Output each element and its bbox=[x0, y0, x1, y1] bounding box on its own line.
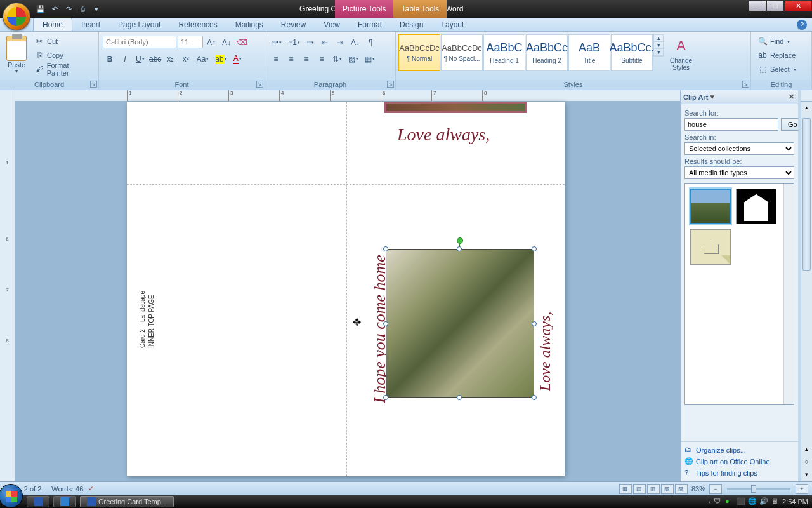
change-styles-button[interactable]: A Change Styles bbox=[667, 34, 695, 72]
gallery-more-icon[interactable]: ▾ bbox=[654, 49, 663, 56]
styles-launcher[interactable]: ↘ bbox=[742, 81, 749, 88]
zoom-in-button[interactable]: + bbox=[796, 484, 808, 494]
tray-icon-5[interactable]: 🔊 bbox=[759, 497, 768, 506]
shading-button[interactable]: ▨▾ bbox=[346, 52, 361, 66]
zoom-value[interactable]: 83% bbox=[691, 485, 705, 493]
justify-button[interactable]: ≡ bbox=[315, 52, 329, 66]
handle-sw[interactable] bbox=[383, 395, 388, 400]
bold-button[interactable]: B bbox=[103, 52, 117, 66]
grow-font-icon[interactable]: A↑ bbox=[204, 36, 218, 50]
clipart-header[interactable]: Clip Art ▾ ✕ bbox=[681, 90, 798, 104]
handle-ne[interactable] bbox=[532, 246, 537, 251]
tray-icon-2[interactable]: ● bbox=[725, 497, 734, 506]
scroll-up-icon[interactable]: ▴ bbox=[801, 102, 812, 113]
zoom-slider[interactable] bbox=[727, 488, 790, 490]
tray-icon-6[interactable]: 🖥 bbox=[771, 497, 780, 506]
qat-print-icon[interactable]: ⎙ bbox=[76, 3, 89, 15]
prev-page-icon[interactable]: ▴ bbox=[801, 443, 812, 455]
tab-insert[interactable]: Insert bbox=[72, 18, 109, 31]
style-item[interactable]: AaBbCcHeading 2 bbox=[526, 34, 568, 71]
clip-result-1[interactable] bbox=[690, 189, 731, 224]
copy-button[interactable]: ⎘Copy bbox=[32, 48, 95, 62]
outdent-button[interactable]: ⇤ bbox=[318, 36, 332, 50]
vertical-scrollbar[interactable]: ▴ ▾ bbox=[801, 102, 812, 469]
view-draft-icon[interactable]: ▨ bbox=[675, 484, 688, 494]
browse-object-icon[interactable]: ○ bbox=[801, 456, 812, 467]
document-scroll[interactable]: 12345678 Love always, Card 2 – Landscape… bbox=[15, 90, 812, 481]
view-fullscreen-icon[interactable]: ▤ bbox=[633, 484, 646, 494]
paste-button[interactable]: Paste ▾ bbox=[4, 34, 29, 76]
taskbar-launcher-2[interactable] bbox=[53, 496, 76, 507]
tab-mailings[interactable]: Mailings bbox=[226, 18, 272, 31]
style-item[interactable]: AaBTitle bbox=[568, 34, 610, 71]
bullets-button[interactable]: ≡•▾ bbox=[269, 36, 284, 50]
help-icon[interactable]: ? bbox=[797, 20, 807, 30]
link-tips[interactable]: ?Tips for finding clips bbox=[684, 467, 794, 479]
style-gallery[interactable]: AaBbCcDc¶ NormalAaBbCcDc¶ No Spaci...AaB… bbox=[398, 34, 653, 71]
style-item[interactable]: AaBbCcDc¶ No Spaci... bbox=[441, 34, 483, 71]
tab-references[interactable]: References bbox=[169, 18, 226, 31]
results-scrollbar[interactable] bbox=[783, 184, 794, 404]
numbering-button[interactable]: ≡1▾ bbox=[285, 36, 303, 50]
gallery-down-icon[interactable]: ▾ bbox=[654, 42, 663, 49]
change-case-button[interactable]: Aa▾ bbox=[194, 52, 212, 66]
paragraph-launcher[interactable]: ↘ bbox=[387, 81, 394, 88]
tab-home[interactable]: Home bbox=[33, 18, 72, 31]
zoom-thumb[interactable] bbox=[751, 485, 756, 493]
tab-format[interactable]: Format bbox=[349, 18, 391, 31]
maximize-button[interactable]: □ bbox=[766, 0, 784, 11]
font-size-input[interactable] bbox=[178, 36, 203, 48]
font-launcher[interactable]: ↘ bbox=[256, 81, 263, 88]
highlight-button[interactable]: ab▾ bbox=[213, 52, 229, 66]
pane-close-icon[interactable]: ✕ bbox=[787, 93, 796, 101]
handle-nw[interactable] bbox=[383, 246, 388, 251]
tab-design[interactable]: Design bbox=[391, 18, 432, 31]
gallery-up-icon[interactable]: ▴ bbox=[654, 35, 663, 42]
italic-button[interactable]: I bbox=[118, 52, 132, 66]
handle-n[interactable] bbox=[457, 246, 462, 251]
tab-pagelayout[interactable]: Page Layout bbox=[109, 18, 169, 31]
qat-more-icon[interactable]: ▾ bbox=[90, 3, 103, 15]
align-center-button[interactable]: ≡ bbox=[284, 52, 298, 66]
borders-button[interactable]: ▦▾ bbox=[362, 52, 377, 66]
replace-button[interactable]: abReplace bbox=[755, 48, 798, 62]
office-button[interactable] bbox=[3, 3, 30, 30]
go-button[interactable]: Go bbox=[781, 118, 798, 131]
underline-button[interactable]: U▾ bbox=[133, 52, 147, 66]
view-print-icon[interactable]: ▦ bbox=[619, 484, 632, 494]
zoom-out-button[interactable]: − bbox=[709, 484, 722, 494]
vertical-ruler[interactable]: 1678 bbox=[0, 90, 15, 481]
tray-chevron-icon[interactable]: ‹ bbox=[709, 498, 711, 505]
sort-button[interactable]: A↓ bbox=[348, 36, 362, 50]
search-in-select[interactable]: Selected collections bbox=[684, 142, 794, 155]
font-color-button[interactable]: A▾ bbox=[231, 52, 244, 66]
clip-result-3[interactable] bbox=[690, 229, 731, 265]
select-button[interactable]: ⬚Select▾ bbox=[755, 62, 799, 76]
results-select[interactable]: All media file types bbox=[684, 166, 794, 179]
shrink-font-icon[interactable]: A↓ bbox=[219, 36, 233, 50]
superscript-button[interactable]: x² bbox=[179, 52, 193, 66]
tray-icon-3[interactable]: ⬛ bbox=[737, 497, 745, 506]
handle-s[interactable] bbox=[457, 395, 462, 400]
handle-e[interactable] bbox=[532, 321, 537, 326]
tab-layout[interactable]: Layout bbox=[432, 18, 473, 31]
format-painter-button[interactable]: 🖌Format Painter bbox=[32, 62, 95, 76]
proofing-icon[interactable]: ✓ bbox=[88, 485, 94, 493]
qat-undo-icon[interactable]: ↶ bbox=[48, 3, 61, 15]
indent-button[interactable]: ⇥ bbox=[333, 36, 347, 50]
scroll-thumb[interactable] bbox=[802, 118, 811, 271]
line-spacing-button[interactable]: ⇅▾ bbox=[330, 52, 344, 66]
clip-result-2[interactable] bbox=[736, 189, 776, 224]
link-organize[interactable]: 🗂Organize clips... bbox=[684, 444, 794, 456]
next-page-icon[interactable]: ▾ bbox=[801, 469, 812, 480]
strike-button[interactable]: abc bbox=[148, 52, 162, 66]
align-left-button[interactable]: ≡ bbox=[269, 52, 283, 66]
document-page[interactable]: Love always, Card 2 – Landscape INNER TO… bbox=[127, 102, 565, 476]
tray-icon-4[interactable]: 🌐 bbox=[748, 497, 757, 506]
subscript-button[interactable]: x₂ bbox=[164, 52, 178, 66]
qat-redo-icon[interactable]: ↷ bbox=[62, 3, 75, 15]
context-tab-table[interactable]: Table Tools bbox=[393, 0, 447, 18]
taskbar-launcher-1[interactable] bbox=[27, 496, 49, 507]
find-button[interactable]: 🔍Find▾ bbox=[755, 34, 792, 48]
close-button[interactable]: ✕ bbox=[784, 0, 812, 11]
